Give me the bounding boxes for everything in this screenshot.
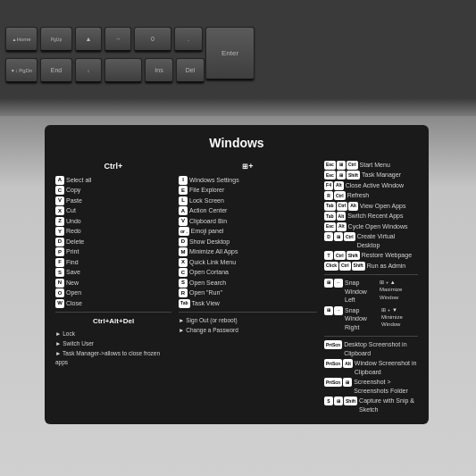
shortcut-action-center: AAction Center xyxy=(179,206,317,215)
shortcut-task-manager: Esc ⊞ Shift Task Manager xyxy=(324,171,418,180)
shortcut-delete: DDelete xyxy=(55,238,171,246)
shortcut-prtscn-win: PrtScn ⊞ Screenshot > Screenshots Folder xyxy=(324,378,418,396)
shortcut-restore-webpage: T Ctrl Shift Restore Webpage xyxy=(324,251,418,260)
win-column: ⊞+ IWindows Settings EFile Explorer LLoc… xyxy=(179,161,317,416)
shortcut-new: NNew xyxy=(55,279,171,288)
shortcut-save: SSave xyxy=(55,268,171,277)
shortcut-sticker: Windows Ctrl+ ASelect all CCopy VPaste X… xyxy=(45,125,429,424)
shortcut-start-menu: Esc ⊞ Ctrl Start Menu xyxy=(324,161,418,170)
keyboard-area: ▲Home PgUp ▲ → 0 . Enter ▼↓ PgDn End ↓ I… xyxy=(0,0,476,116)
shortcut-cycle-windows: Esc Alt Cycle Open Windows xyxy=(324,222,418,231)
shortcut-select-all: ASelect all xyxy=(55,176,171,185)
sticker-title: Windows xyxy=(55,134,418,154)
shortcut-copy: CCopy xyxy=(55,186,171,195)
combo-column: Esc ⊞ Ctrl Start Menu Esc ⊞ Shift Task M… xyxy=(324,161,418,416)
shortcut-run-as-admin: Click Ctrl Shift Run as Admin xyxy=(324,262,418,271)
shortcut-settings: IWindows Settings xyxy=(179,176,317,185)
shortcut-show-desktop: DShow Desktop xyxy=(179,238,317,246)
ctrl-alt-del-lock: ► Lock xyxy=(55,330,171,338)
shortcut-explorer: EFile Explorer xyxy=(179,186,317,195)
shortcut-find: FFind xyxy=(55,258,171,267)
ctrl-column: Ctrl+ ASelect all CCopy VPaste XCut ZUnd… xyxy=(55,161,171,416)
shortcut-prtscn: PrtScn Desktop Screenshot in Clipboard xyxy=(324,340,418,358)
shortcut-close-window: F4 Alt Close Active Window xyxy=(324,181,418,190)
shortcut-snap-right: ⊞ → Snap Window Right ⊞ + ▼ Minimize Win… xyxy=(324,306,418,332)
shortcut-lock: LLock Screen xyxy=(179,196,317,205)
shortcut-refresh: R Ctrl Refresh xyxy=(324,191,418,200)
shortcut-search: SOpen Search xyxy=(179,279,317,288)
ctrl-alt-del-password: ► Change a Password xyxy=(179,326,317,335)
shortcut-snap-left: ⊞ ← Snap Window Left ⊞ + ▲ Maximize Wind… xyxy=(324,279,418,305)
shortcut-clipboard: VClipboard Bin xyxy=(179,217,317,226)
ctrl-alt-del-signout: ► Sign Out (or reboot) xyxy=(179,316,317,325)
shortcut-cortana: COpen Cortana xyxy=(179,268,317,277)
shortcut-print: PPrint xyxy=(55,247,171,256)
ctrl-alt-del-header: Ctrl+Alt+Del xyxy=(55,316,171,327)
ctrl-header: Ctrl+ xyxy=(55,161,171,173)
shortcut-undo: ZUndo xyxy=(55,217,171,226)
shortcut-open: OOpen xyxy=(55,288,171,297)
shortcut-prtscn-alt: PrtScn Alt Window Screenshot in Clipboar… xyxy=(324,359,418,377)
shortcut-snip-sketch: S ⊞ Shift Capture with Snip & Sketch xyxy=(324,397,418,414)
shortcut-redo: YRedo xyxy=(55,227,171,236)
win-header: ⊞+ xyxy=(179,161,317,173)
ctrl-alt-del-switch: ► Switch User xyxy=(55,339,171,348)
shortcut-paste: VPaste xyxy=(55,196,171,205)
shortcut-close: WClose xyxy=(55,299,171,308)
ctrl-alt-del-taskmgr: ► Task Manager->allows to close frozen a… xyxy=(55,349,171,367)
shortcut-switch-apps: Tab Alt Switch Recent Apps xyxy=(324,212,418,221)
shortcut-virtual-desktop: D ⊞ Ctrl Create Virtual Desktop xyxy=(324,232,418,250)
shortcut-emoji: or .Emoji panel xyxy=(179,227,317,236)
shortcut-view-apps: Tab Ctrl Alt View Open Apps xyxy=(324,202,418,211)
shortcut-quick-link: XQuick Link Menu xyxy=(179,258,317,267)
shortcut-minimize-all: MMinimize All Apps xyxy=(179,247,317,256)
shortcut-cut: XCut xyxy=(55,206,171,215)
shortcut-task-view: TabTask View xyxy=(179,299,317,308)
shortcut-run: ROpen "Run" xyxy=(179,288,317,297)
